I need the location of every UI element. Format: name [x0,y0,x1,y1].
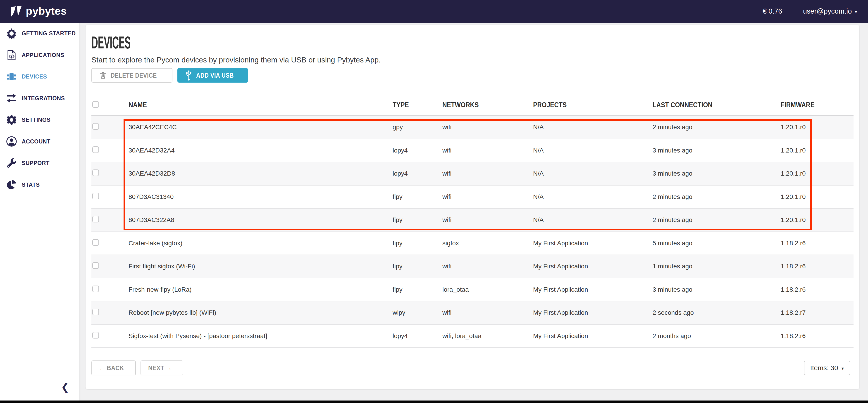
table-row[interactable]: 807D3AC322A8 fipy wifi N/A 2 minutes ago… [91,209,854,232]
wrench-icon [6,158,17,168]
sidebar-item-stats[interactable]: STATS [0,174,79,196]
row-checkbox[interactable] [92,262,99,269]
page-title: DEVICES [91,35,854,51]
table-body: 30AEA42CEC4C gpy wifi N/A 2 minutes ago … [91,116,854,348]
main-content: DEVICES Start to explore the Pycom devic… [79,23,868,401]
sidebar-nav: GETTING STARTED APPLICATIONS DEVICES INT… [0,23,79,195]
items-per-page-dropdown[interactable]: Items: 30 ▾ [804,361,850,375]
logo-text: pybytes [26,5,67,17]
brand[interactable]: pybytes [11,5,67,17]
column-header-projects[interactable]: PROJECTS [533,101,653,109]
row-checkbox[interactable] [92,309,99,315]
row-checkbox[interactable] [92,285,99,292]
swap-arrows-icon [6,93,17,104]
column-header-type[interactable]: TYPE [393,101,442,109]
gear-icon [6,115,17,125]
pycom-logo-icon [11,5,22,17]
usb-icon [186,70,192,81]
sidebar-item-settings[interactable]: SETTINGS [0,109,79,131]
select-all-checkbox[interactable] [92,101,99,108]
sidebar-collapse-button[interactable]: ❮ [61,382,69,392]
column-header-last-connection[interactable]: LAST CONNECTION [653,101,781,109]
sidebar-item-applications[interactable]: APPLICATIONS [0,44,79,66]
caret-down-icon: ▾ [855,9,857,14]
top-bar: pybytes € 0.76 user@pycom.io ▾ [0,0,868,23]
caret-down-icon: ▾ [841,366,844,371]
sidebar-item-account[interactable]: ACCOUNT [0,131,79,153]
trash-icon [99,71,106,79]
table-row[interactable]: 807D3AC31340 fipy wifi N/A 2 minutes ago… [91,186,854,209]
sidebar-item-getting-started[interactable]: GETTING STARTED [0,23,79,44]
user-circle-icon [6,136,17,147]
add-via-usb-button[interactable]: ADD VIA USB [177,68,248,83]
account-menu[interactable]: user@pycom.io ▾ [803,7,857,16]
row-checkbox[interactable] [92,169,99,176]
table-row[interactable]: Reboot [new pybytes lib] (WiFi) wipy wif… [91,301,854,325]
toolbar: DELETE DEVICE ADD VIA USB [91,68,854,83]
column-header-firmware[interactable]: FIRMWARE [781,101,854,109]
table-row[interactable]: Fresh-new-fipy (LoRa) fipy lora_otaa My … [91,278,854,302]
row-checkbox[interactable] [92,146,99,153]
code-file-icon [6,50,17,60]
table-row[interactable]: Crater-lake (sigfox) fipy sigfox My Firs… [91,232,854,255]
table-row[interactable]: 30AEA42CEC4C gpy wifi N/A 2 minutes ago … [91,116,854,139]
sidebar-item-devices[interactable]: DEVICES [0,66,79,88]
row-checkbox[interactable] [92,332,99,339]
devices-card: DEVICES Start to explore the Pycom devic… [86,25,859,389]
row-checkbox[interactable] [92,193,99,199]
balance[interactable]: € 0.76 [763,7,782,16]
table-row[interactable]: 30AEA42D32D8 lopy4 wifi N/A 3 minutes ag… [91,162,854,186]
sidebar-item-support[interactable]: SUPPORT [0,152,79,174]
back-button[interactable]: ← BACK [91,361,136,375]
row-checkbox[interactable] [92,216,99,222]
next-button[interactable]: NEXT → [141,361,183,375]
pie-chart-icon [6,179,17,190]
account-email: user@pycom.io [803,7,852,16]
pagination: ← BACK NEXT → Items: 30 ▾ [91,361,854,375]
sidebar-item-integrations[interactable]: INTEGRATIONS [0,88,79,109]
table-row[interactable]: 30AEA42D32A4 lopy4 wifi N/A 3 minutes ag… [91,139,854,162]
row-checkbox[interactable] [92,123,99,130]
column-header-name[interactable]: NAME [128,101,393,109]
row-checkbox[interactable] [92,239,99,246]
devices-table: NAME TYPE NETWORKS PROJECTS LAST CONNECT… [91,94,854,348]
column-header-networks[interactable]: NETWORKS [442,101,533,109]
screen-bottom-edge [0,401,868,403]
sidebar: GETTING STARTED APPLICATIONS DEVICES INT… [0,23,79,401]
table-row[interactable]: Sigfox-test (with Pysense) - [pastoor pe… [91,325,854,348]
delete-device-button[interactable]: DELETE DEVICE [91,68,173,83]
page-subtitle: Start to explore the Pycom devices by pr… [91,56,854,64]
table-header: NAME TYPE NETWORKS PROJECTS LAST CONNECT… [91,94,854,116]
table-row[interactable]: First flight sigfox (Wi-Fi) fipy wifi My… [91,255,854,278]
chip-icon [6,71,17,82]
sun-gear-icon [6,28,17,39]
